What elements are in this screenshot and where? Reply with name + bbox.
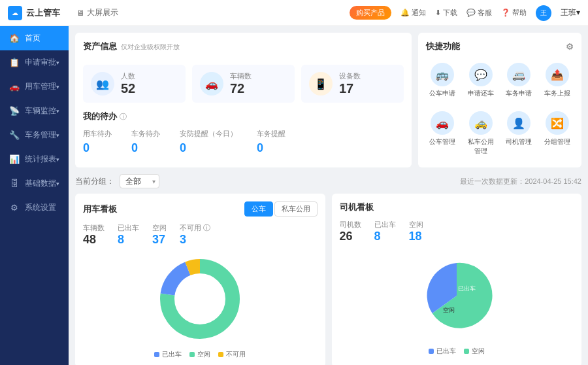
group-mgmt-icon: 🔀 bbox=[546, 111, 569, 135]
service-apply-icon: 🚐 bbox=[507, 63, 531, 86]
vehicle-donut-chart bbox=[154, 253, 246, 345]
vehicle-total: 车辆数 48 bbox=[83, 223, 105, 247]
logo: ☁ 云上管车 bbox=[8, 6, 76, 20]
vehicle-chart-container: 已出车 空闲 不可用 bbox=[83, 253, 318, 359]
quick-item-bus-mgmt[interactable]: 🚗 公车管理 bbox=[426, 107, 459, 160]
info-icon: ⓘ bbox=[120, 112, 127, 122]
help-button[interactable]: ❓ 帮助 bbox=[501, 8, 527, 18]
pending-security-value: 0 bbox=[180, 141, 237, 155]
driver-legend-dot-idle bbox=[464, 349, 469, 354]
pending-title: 我的待办 ⓘ bbox=[83, 111, 404, 122]
tab-bus[interactable]: 公车 bbox=[244, 201, 273, 217]
sidebar-item-monitor[interactable]: 📡 车辆监控 ▾ bbox=[0, 99, 69, 123]
legend-dot-idle bbox=[189, 352, 195, 357]
filter-select-wrapper: 全部 分组1 分组2 bbox=[120, 174, 159, 188]
chevron-down-icon: ▾ bbox=[56, 60, 59, 66]
driver-mgmt-icon: 👤 bbox=[507, 111, 531, 135]
screen-label: 大屏展示 bbox=[87, 7, 118, 18]
pending-service-value: 0 bbox=[131, 141, 160, 155]
device-label: 设备数 bbox=[339, 71, 361, 81]
report-icon: 📊 bbox=[9, 154, 20, 165]
service-apply-label: 车务申请 bbox=[506, 89, 532, 98]
service-report-label: 车务上报 bbox=[544, 89, 570, 98]
vehicle-stats: 车辆数 48 已出车 8 空闲 37 不可用 ⓘ 3 bbox=[83, 223, 318, 247]
pending-service: 车务待办 0 bbox=[131, 129, 160, 155]
sidebar: 🏠 首页 📋 申请审批 ▾ 🚗 用车管理 ▾ 📡 车辆监控 ▾ 🔧 车务管理 ▾ bbox=[0, 26, 69, 365]
vehicle-board: 用车看板 公车 私车公用 车辆数 48 已出车 8 空闲 37 bbox=[75, 194, 325, 365]
sidebar-item-car-mgmt[interactable]: 🚗 用车管理 ▾ bbox=[0, 75, 69, 99]
quick-item-return[interactable]: 💬 申请还车 bbox=[465, 59, 498, 102]
sidebar-item-approval[interactable]: 📋 申请审批 ▾ bbox=[0, 50, 69, 75]
quick-item-service-apply[interactable]: 🚐 车务申请 bbox=[502, 59, 536, 102]
pending-security: 安防提醒（今日） 0 bbox=[180, 129, 237, 155]
asset-subtitle: 仅对企业级权限开放 bbox=[121, 43, 180, 52]
download-button[interactable]: ⬇ 下载 bbox=[435, 8, 457, 18]
chevron-down-icon5: ▾ bbox=[56, 156, 59, 163]
sidebar-item-home[interactable]: 🏠 首页 bbox=[0, 26, 69, 50]
vehicle-idle: 空闲 37 bbox=[152, 223, 167, 247]
quick-item-private-mgmt[interactable]: 🚕 私车公用管理 bbox=[465, 107, 498, 160]
svg-text:空闲: 空闲 bbox=[443, 307, 455, 313]
main-content: 资产信息 仅对企业级权限开放 👥 人数 52 🚗 车辆数 72 bbox=[69, 26, 588, 365]
people-stat: 👥 人数 52 bbox=[83, 65, 186, 103]
driver-legend-dot-out bbox=[429, 349, 434, 354]
filter-select[interactable]: 全部 分组1 分组2 bbox=[120, 174, 159, 188]
legend-out: 已出车 bbox=[154, 350, 182, 359]
pending-stats: 用车待办 0 车务待办 0 安防提醒（今日） 0 车务提醒 0 bbox=[83, 129, 404, 155]
car-stat: 🚗 车辆数 72 bbox=[192, 65, 295, 103]
driver-board-title: 司机看板 bbox=[340, 201, 374, 213]
quick-item-service-report[interactable]: 📤 车务上报 bbox=[541, 59, 574, 102]
download-icon: ⬇ bbox=[435, 9, 441, 17]
sidebar-label-base-data: 基础数据 bbox=[25, 178, 56, 189]
sidebar-label-settings: 系统设置 bbox=[25, 202, 56, 213]
sidebar-item-settings[interactable]: ⚙ 系统设置 bbox=[0, 196, 69, 220]
sidebar-item-service[interactable]: 🔧 车务管理 ▾ bbox=[0, 123, 69, 147]
quick-item-bus-apply[interactable]: 🚌 公车申请 bbox=[426, 59, 459, 102]
user-name[interactable]: 王班▾ bbox=[561, 7, 580, 18]
bus-mgmt-icon: 🚗 bbox=[431, 111, 454, 135]
sidebar-label-monitor: 车辆监控 bbox=[25, 105, 56, 116]
vehicle-board-title: 用车看板 bbox=[83, 203, 117, 215]
private-mgmt-icon: 🚕 bbox=[469, 111, 493, 135]
screen-button[interactable]: 🖥 大屏展示 bbox=[76, 7, 350, 18]
legend-dot-unavail bbox=[218, 352, 223, 357]
sidebar-item-base-data[interactable]: 🗄 基础数据 ▾ bbox=[0, 171, 69, 196]
service-report-icon: 📤 bbox=[546, 63, 569, 86]
group-mgmt-label: 分组管理 bbox=[544, 137, 570, 147]
device-icon: 📱 bbox=[309, 72, 333, 96]
people-value: 52 bbox=[121, 81, 135, 96]
legend-dot-out bbox=[154, 352, 159, 357]
pending-section: 我的待办 ⓘ 用车待办 0 车务待办 0 安防提醒（今日） 0 bbox=[83, 111, 404, 155]
vehicle-board-tabs: 公车 私车公用 bbox=[244, 201, 318, 217]
chevron-down-icon4: ▾ bbox=[56, 132, 59, 139]
settings-quick-icon[interactable]: ⚙ bbox=[566, 42, 574, 52]
quick-item-driver-mgmt[interactable]: 👤 司机管理 bbox=[502, 107, 536, 160]
sidebar-item-report[interactable]: 📊 统计报表 ▾ bbox=[0, 147, 69, 171]
logo-icon: ☁ bbox=[8, 6, 22, 20]
car-mgmt-icon: 🚗 bbox=[9, 82, 20, 92]
quick-item-group-mgmt[interactable]: 🔀 分组管理 bbox=[541, 107, 574, 160]
notify-button[interactable]: 🔔 通知 bbox=[400, 8, 426, 18]
quick-card: 快捷功能 ⚙ 🚌 公车申请 💬 申请还车 🚐 车务申请 📤 车 bbox=[418, 33, 581, 167]
asset-card: 资产信息 仅对企业级权限开放 👥 人数 52 🚗 车辆数 72 bbox=[75, 33, 412, 167]
bus-apply-label: 公车申请 bbox=[429, 89, 455, 98]
sidebar-label-car-mgmt: 用车管理 bbox=[25, 81, 56, 92]
device-stat: 📱 设备数 17 bbox=[301, 65, 404, 103]
tab-private[interactable]: 私车公用 bbox=[274, 201, 318, 217]
driver-legend: 已出车 空闲 bbox=[429, 347, 485, 356]
driver-chart-container: 已出车 空闲 已出车 空闲 bbox=[340, 250, 574, 356]
top-section: 资产信息 仅对企业级权限开放 👥 人数 52 🚗 车辆数 72 bbox=[75, 33, 581, 167]
service-button[interactable]: 💬 客服 bbox=[466, 8, 492, 18]
buy-button[interactable]: 购买产品 bbox=[350, 6, 391, 20]
sidebar-label-home: 首页 bbox=[25, 33, 41, 44]
device-value: 17 bbox=[339, 81, 361, 96]
board-section: 用车看板 公车 私车公用 车辆数 48 已出车 8 空闲 37 bbox=[75, 194, 581, 365]
chevron-down-icon6: ▾ bbox=[56, 181, 59, 187]
pending-security-label: 安防提醒（今日） bbox=[180, 129, 237, 139]
vehicle-out: 已出车 8 bbox=[118, 223, 139, 247]
service-icon: 💬 bbox=[466, 9, 476, 17]
sidebar-label-approval: 申请审批 bbox=[25, 57, 56, 68]
base-data-icon: 🗄 bbox=[9, 179, 20, 189]
bus-mgmt-label: 公车管理 bbox=[429, 137, 455, 147]
bus-apply-icon: 🚌 bbox=[431, 63, 454, 86]
